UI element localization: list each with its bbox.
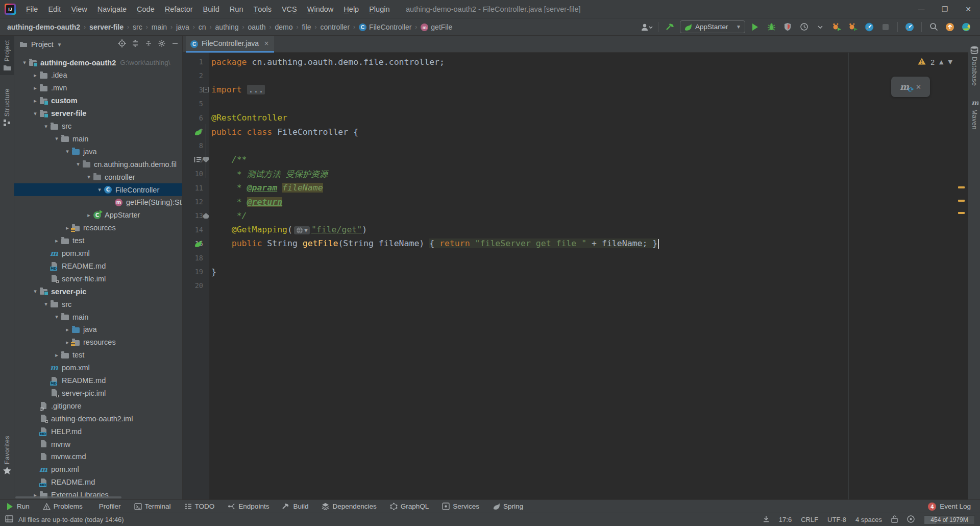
hide-minus-button[interactable]	[171, 39, 179, 50]
toolwindow-button-services[interactable]: Services	[442, 503, 479, 510]
menu-window[interactable]: Window	[302, 0, 339, 18]
tree-item-server-file[interactable]: ▾server-file	[14, 107, 183, 120]
tree-item-main[interactable]: ▾main	[14, 310, 183, 323]
chevron-expanded-icon[interactable]: ▾	[31, 110, 39, 117]
chevron-collapsed-icon[interactable]: ▸	[53, 237, 61, 244]
breadcrumb-item-authing[interactable]: authing	[215, 23, 239, 31]
tab-filecontroller[interactable]: C FileController.java ×	[186, 36, 274, 53]
toolwindow-button-graphql[interactable]: GraphQL	[390, 503, 429, 510]
search-button[interactable]	[927, 21, 940, 33]
profiler-cpu-button[interactable]	[830, 21, 843, 33]
warning-stripe-mark[interactable]	[958, 186, 965, 188]
chevron-expanded-icon[interactable]: ▾	[42, 123, 50, 130]
menu-tools[interactable]: Tools	[248, 0, 276, 18]
chevron-collapsed-icon[interactable]: ▸	[53, 352, 61, 358]
minimize-button[interactable]: —	[910, 0, 933, 18]
chevron-collapsed-icon[interactable]: ▸	[63, 225, 71, 231]
code-line-12[interactable]: 12 * @return	[183, 195, 968, 209]
chevron-collapsed-icon[interactable]: ▸	[31, 85, 39, 91]
close-button[interactable]: ✕	[957, 0, 980, 18]
toolwindow-button-terminal[interactable]: Terminal	[134, 503, 171, 510]
chevron-expanded-icon[interactable]: ▾	[63, 148, 71, 155]
chevron-collapsed-icon[interactable]: ▸	[31, 98, 39, 104]
code-line-1[interactable]: 1package cn.authing.oauth.demo.file.cont…	[183, 55, 968, 69]
tool-stripe-project[interactable]: Project	[0, 36, 14, 75]
stop-disabled-button[interactable]	[879, 21, 892, 33]
tree-item-readme.md[interactable]: MDREADME.md	[14, 259, 183, 272]
code-line-2[interactable]: 2	[183, 68, 968, 83]
toolwindow-button-todo[interactable]: TODO	[184, 503, 215, 510]
code-line-3[interactable]: 3+import ...	[183, 83, 968, 97]
run-configuration-select[interactable]: AppStarter▼	[680, 20, 745, 33]
tree-item-readme.md[interactable]: MDREADME.md	[14, 476, 183, 489]
code-with-me-sphere-button[interactable]	[960, 21, 973, 33]
chevron-collapsed-icon[interactable]: ▸	[85, 212, 93, 219]
breadcrumb-item-oauth[interactable]: oauth	[248, 23, 266, 31]
tree-item-filecontroller[interactable]: ▾CFileController	[14, 183, 183, 196]
chevron-expanded-icon[interactable]: ▾	[74, 161, 82, 168]
chevron-expanded-icon[interactable]: ▾	[85, 174, 93, 180]
breadcrumb-item-main[interactable]: main	[152, 23, 167, 31]
code-line-15[interactable]: 15 public String getFile(String fileName…	[183, 236, 968, 251]
code-line-7[interactable]: 7public class FileController {	[183, 125, 968, 139]
menu-code[interactable]: Code	[132, 0, 160, 18]
url-inlay-hint[interactable]: ▼	[294, 226, 310, 234]
code-line-13[interactable]: 13 */	[183, 208, 968, 223]
code-line-14[interactable]: 14 @GetMapping(▼"file/get")	[183, 223, 968, 237]
tree-item-src[interactable]: ▾src	[14, 298, 183, 310]
highlighting-level-icon[interactable]	[907, 515, 915, 524]
debug-bug-button[interactable]	[765, 21, 778, 33]
tree-item-java[interactable]: ▾java	[14, 145, 183, 158]
chevron-button[interactable]	[814, 21, 827, 33]
update-available-button[interactable]	[943, 21, 957, 33]
tree-item-appstarter[interactable]: ▸CAppStarter	[14, 209, 183, 222]
profiler-clock-button[interactable]	[797, 21, 811, 33]
maximize-button[interactable]: ❐	[933, 0, 957, 18]
menu-navigate[interactable]: Navigate	[92, 0, 132, 18]
tree-item-test[interactable]: ▸test	[14, 234, 183, 247]
code-line-11[interactable]: 11 * @param fileName	[183, 181, 968, 195]
chevron-expanded-icon[interactable]: ▾	[53, 314, 61, 320]
prev-warning-icon[interactable]: ▲	[939, 59, 943, 65]
project-view-selector[interactable]: Project ▼	[19, 40, 62, 49]
inspections-widget[interactable]: 2 ▲ ▼	[918, 58, 952, 66]
menu-refactor[interactable]: Refactor	[160, 0, 198, 18]
breadcrumb-item-authing-demo-oauth2[interactable]: authing-demo-oauth2	[7, 23, 80, 31]
code-line-19[interactable]: 19}	[183, 265, 968, 279]
breadcrumb-item-cn[interactable]: cn	[199, 23, 206, 31]
toolwindow-button-dependencies[interactable]: Dependencies	[322, 503, 376, 510]
expand-all-button[interactable]	[131, 39, 139, 50]
build-hammer-button[interactable]	[664, 21, 677, 33]
maven-reload-icon[interactable]: m⟳	[900, 82, 911, 92]
tree-item-server-file.iml[interactable]: server-file.iml	[14, 272, 183, 285]
editor-area[interactable]: 1package cn.authing.oauth.demo.file.cont…	[183, 53, 968, 499]
breadcrumb-item-java[interactable]: java	[176, 23, 189, 31]
warning-stripe-mark[interactable]	[958, 212, 965, 214]
code-line-8[interactable]: 8	[183, 138, 968, 153]
tree-item-getfilestringst[interactable]: mgetFile(String):St	[14, 196, 183, 209]
menu-view[interactable]: View	[66, 0, 92, 18]
tree-item-resources[interactable]: ▸resources	[14, 336, 183, 349]
breadcrumb-item-controller[interactable]: controller	[320, 23, 350, 31]
tree-item-resources[interactable]: ▸resources	[14, 222, 183, 234]
toolwindow-button-spring[interactable]: Spring	[493, 503, 523, 510]
menu-plugin[interactable]: Plugin	[364, 0, 395, 18]
gauge-dashboard-2-button[interactable]	[903, 21, 916, 33]
event-log-button[interactable]: 4Event Log	[928, 503, 971, 511]
tool-stripe-maven[interactable]: mMaven	[968, 94, 980, 134]
tree-item-mvnw.cmd[interactable]: mvnw.cmd	[14, 450, 183, 463]
breadcrumb-item-getfile[interactable]: mgetFile	[421, 22, 452, 32]
chevron-collapsed-icon[interactable]: ▸	[63, 339, 71, 346]
tree-item-authing-demo-oauth2.iml[interactable]: authing-demo-oauth2.iml	[14, 412, 183, 425]
vcs-update-icon[interactable]	[763, 515, 770, 524]
settings-gear-button[interactable]	[158, 39, 166, 50]
maven-reload-popup[interactable]: m⟳ ✕	[891, 77, 930, 97]
profiler-alloc-button[interactable]	[846, 21, 860, 33]
code-line-5[interactable]: 5	[183, 97, 968, 111]
chevron-collapsed-icon[interactable]: ▸	[31, 72, 39, 79]
tree-item-main[interactable]: ▾main	[14, 132, 183, 145]
toolwindow-button-profiler[interactable]: Profiler	[96, 503, 121, 510]
tool-stripe-database[interactable]: Database	[968, 42, 980, 90]
menu-help[interactable]: Help	[338, 0, 364, 18]
tree-item-help.md[interactable]: MDHELP.md	[14, 425, 183, 438]
